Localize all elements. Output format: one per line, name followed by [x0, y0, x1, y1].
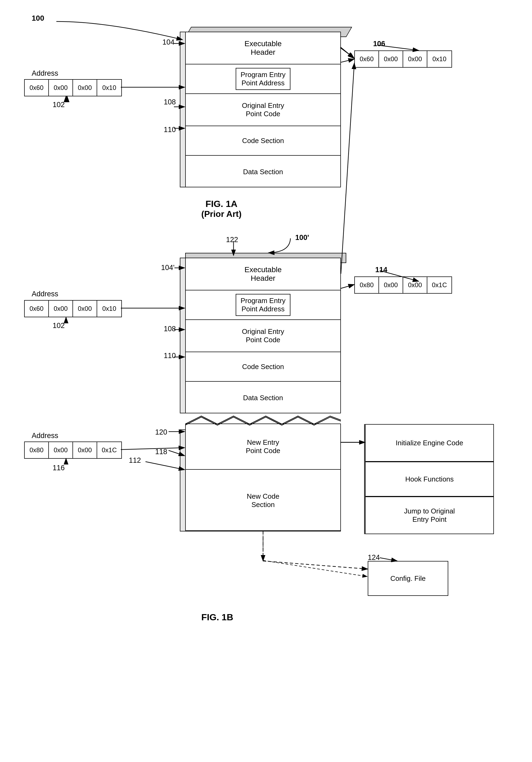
code-section-1b: Code Section — [242, 363, 284, 371]
label-116: 116 — [53, 464, 65, 472]
addr-box-right-1a: 0x60 0x00 0x00 0x10 — [354, 50, 452, 68]
addr-box-left-1a: 0x60 0x00 0x00 0x10 — [24, 79, 122, 96]
exec-header-line2: Header — [251, 48, 275, 57]
label-104-1a: 104 — [162, 38, 175, 46]
hook-functions-label: Hook Functions — [405, 475, 454, 484]
addr-1b-bl-3: 0x00 — [73, 442, 97, 458]
new-code-box: New EntryPoint Code New CodeSection — [185, 423, 341, 531]
addr-1b-bl-4: 0x1C — [97, 442, 121, 458]
init-engine-box: Initialize Engine Code — [365, 424, 494, 462]
label-102-1a: 102 — [53, 101, 65, 109]
addr-1b-top-3: 0x00 — [73, 301, 97, 317]
label-108-1a: 108 — [164, 98, 176, 106]
wavy-separator — [185, 413, 341, 426]
label-108-1b: 108 — [164, 325, 176, 333]
label-100p: 100' — [295, 234, 309, 242]
pep-1b-l1: Program Entry — [241, 297, 286, 305]
addr-cell-1a-r4: 0x10 — [427, 51, 451, 67]
label-104p: 104' — [161, 264, 175, 272]
config-file-label: Config. File — [390, 574, 426, 583]
label-112: 112 — [129, 456, 141, 465]
addr-box-1b-bottom: 0x80 0x00 0x00 0x1C — [24, 441, 122, 459]
pep-1b-l2: Point Address — [241, 305, 286, 313]
label-122: 122 — [226, 236, 238, 244]
svg-line-2 — [341, 63, 354, 274]
fig1a-subtitle: (Prior Art) — [201, 209, 242, 219]
data-section-1a: Data Section — [243, 168, 283, 176]
jump-oep-box: Jump to OriginalEntry Point — [365, 496, 494, 534]
code-section-1a: Code Section — [242, 137, 284, 145]
svg-line-29 — [263, 561, 367, 576]
init-engine-label: Initialize Engine Code — [396, 439, 463, 447]
addr-cell-1a-l1: 0x60 — [25, 80, 49, 96]
addr-1b-top-4: 0x10 — [97, 301, 121, 317]
address-label-left-1a: Address — [32, 69, 58, 78]
label-120: 120 — [155, 428, 167, 436]
label-124: 124 — [368, 554, 380, 562]
svg-line-27 — [341, 48, 354, 58]
label-110-1a: 110 — [164, 125, 176, 134]
fig1a-title: FIG. 1A — [201, 198, 242, 209]
addr-1b-rt-1: 0x80 — [355, 277, 379, 293]
fig1b-title: FIG. 1B — [201, 612, 233, 622]
label-110-1b: 110 — [164, 351, 176, 360]
data-section-1b: Data Section — [243, 394, 283, 402]
addr-cell-1a-r1: 0x60 — [355, 51, 379, 67]
new-code-section: New CodeSection — [247, 492, 279, 509]
diagram-container: 100 Executable Header Program Entry Poin… — [0, 0, 532, 762]
hook-functions-box: Hook Functions — [365, 462, 494, 496]
addr-box-1b-top: 0x60 0x00 0x00 0x10 — [24, 300, 122, 317]
svg-line-3 — [341, 59, 354, 62]
oep-1b: Original EntryPoint Code — [242, 328, 284, 344]
addr-1b-rt-2: 0x00 — [379, 277, 403, 293]
config-file-box: Config. File — [368, 561, 448, 596]
svg-line-20 — [145, 462, 185, 470]
label-106-1a: 106 — [373, 40, 385, 48]
exec-header-line1: Executable — [245, 39, 282, 48]
addr-1b-bl-1: 0x80 — [25, 442, 49, 458]
svg-line-6 — [341, 47, 354, 58]
label-118: 118 — [155, 448, 167, 456]
svg-line-8 — [341, 284, 354, 288]
pep-line1-1a: Program Entry — [241, 71, 286, 79]
label-102-1b-top: 102 — [53, 322, 65, 330]
jump-oep-label: Jump to OriginalEntry Point — [404, 507, 455, 524]
address-label-1b-top: Address — [32, 290, 58, 298]
addr-1b-rt-4: 0x1C — [427, 277, 451, 293]
new-entry-point: New EntryPoint Code — [246, 438, 280, 455]
addr-cell-1a-l2: 0x00 — [49, 80, 73, 96]
svg-line-9 — [121, 448, 185, 450]
addr-1b-rt-3: 0x00 — [403, 277, 427, 293]
exec-header-1b-l1: Executable — [245, 266, 282, 274]
label-114: 114 — [375, 266, 387, 274]
addr-1b-bl-2: 0x00 — [49, 442, 73, 458]
addr-1b-top-2: 0x00 — [49, 301, 73, 317]
addr-box-1b-right-top: 0x80 0x00 0x00 0x1C — [354, 276, 452, 294]
label-100: 100 — [32, 14, 44, 23]
svg-line-12 — [263, 561, 368, 569]
addr-cell-1a-r2: 0x00 — [379, 51, 403, 67]
addr-cell-1a-l3: 0x00 — [73, 80, 97, 96]
oep-1a: Original EntryPoint Code — [242, 102, 284, 118]
address-label-1b-bottom: Address — [32, 431, 58, 440]
exec-header-1b-l2: Header — [251, 274, 275, 283]
addr-cell-1a-l4: 0x10 — [97, 80, 121, 96]
pep-line2-1a: Point Address — [241, 79, 286, 87]
addr-cell-1a-r3: 0x00 — [403, 51, 427, 67]
addr-1b-top-1: 0x60 — [25, 301, 49, 317]
